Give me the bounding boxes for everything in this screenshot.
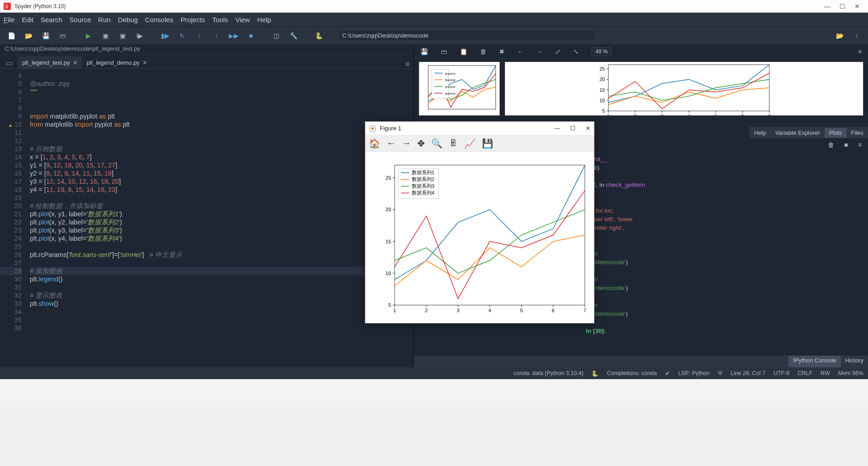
pan-icon[interactable]: ✥ [417, 138, 425, 149]
menu-file[interactable]: File [4, 16, 14, 24]
step-into-icon[interactable]: ↓ [193, 29, 206, 43]
figure-canvas[interactable]: 5101520251234567数据系列1数据系列2数据系列3数据系列4 [365, 152, 594, 323]
editor-options-icon[interactable]: ≡ [406, 60, 410, 68]
status-rw[interactable]: RW [821, 370, 830, 376]
menu-edit[interactable]: Edit [22, 16, 33, 24]
step-over-icon[interactable]: ↻ [175, 29, 189, 43]
copy-plot-icon[interactable]: 📋 [460, 48, 467, 55]
continue-icon[interactable]: ▶▶ [227, 29, 241, 43]
save-all-plots-icon[interactable]: 🗃 [441, 48, 447, 55]
save-icon[interactable]: 💾 [39, 29, 52, 43]
save-all-icon[interactable]: 🗃 [56, 29, 70, 43]
menu-tools[interactable]: Tools [212, 16, 228, 24]
svg-text:1: 1 [607, 114, 610, 115]
window-minimize-button[interactable]: — [824, 3, 830, 10]
maximize-pane-icon[interactable]: ◫ [269, 29, 283, 43]
window-close-button[interactable]: ✕ [854, 3, 860, 10]
remove-plot-icon[interactable]: 🗑 [480, 48, 486, 55]
zoom-in-icon[interactable]: ⤡ [573, 48, 579, 55]
status-completions[interactable]: Completions: conda [607, 370, 656, 376]
close-icon[interactable]: ✕ [73, 59, 78, 66]
menu-run[interactable]: Run [98, 16, 111, 24]
step-out-icon[interactable]: ↑ [210, 29, 223, 43]
forward-icon[interactable]: → [402, 138, 411, 148]
svg-text:15: 15 [386, 239, 391, 244]
menu-help[interactable]: Help [257, 16, 271, 24]
menu-source[interactable]: Source [70, 16, 91, 24]
plots-options-icon[interactable]: ≡ [858, 48, 862, 55]
matplotlib-figure-window[interactable]: Figure 1 — ☐ ✕ 🏠 ← → ✥ 🔍 🎚 📈 💾 510152025… [365, 121, 594, 323]
remove-all-plots-icon[interactable]: ✖ [499, 48, 505, 55]
run-cell-icon[interactable]: ▣ [99, 29, 112, 43]
editor-tab-0[interactable]: plt_legend_test.py✕ [18, 57, 82, 68]
pane-tab-plots[interactable]: Plots [825, 128, 847, 138]
figure-minimize-button[interactable]: — [554, 125, 560, 132]
files-list-icon[interactable]: ▭ [4, 57, 14, 68]
run-icon[interactable]: ▶ [81, 29, 95, 43]
python-path-icon[interactable]: 🐍 [312, 29, 326, 43]
edit-icon[interactable]: 📈 [464, 138, 476, 149]
os-taskbar[interactable] [0, 379, 868, 402]
figure-close-button[interactable]: ✕ [585, 125, 590, 132]
menu-search[interactable]: Search [41, 16, 62, 24]
console-tab-history[interactable]: History [841, 356, 868, 367]
svg-text:数据系列2: 数据系列2 [412, 176, 434, 182]
zoom-icon[interactable]: 🔍 [431, 138, 443, 149]
editor-tab-1[interactable]: plt_legend_demo.py✕ [83, 57, 151, 68]
matplotlib-icon [369, 125, 376, 132]
back-icon[interactable]: ← [387, 138, 396, 148]
menu-view[interactable]: View [236, 16, 250, 24]
close-icon[interactable]: ✕ [142, 59, 147, 66]
svg-text:3: 3 [660, 114, 663, 115]
prev-plot-icon[interactable]: ← [517, 48, 524, 55]
menu-debug[interactable]: Debug [118, 16, 138, 24]
plots-thumbnails: 数据系列1数据系列2数据系列3数据系列4 5101520251234567 [414, 59, 868, 127]
new-file-icon[interactable]: 📄 [5, 29, 18, 43]
status-mem[interactable]: Mem 56% [838, 370, 863, 376]
save-figure-icon[interactable]: 💾 [482, 138, 493, 149]
pane-tab-help[interactable]: Help [750, 128, 771, 138]
stop-debug-icon[interactable]: ■ [244, 29, 258, 43]
preferences-icon[interactable]: 🔧 [287, 29, 300, 43]
zoom-out-icon[interactable]: ⤢ [555, 48, 561, 55]
pane-tab-files[interactable]: Files [847, 128, 868, 138]
plots-toolbar: 💾 🗃 📋 🗑 ✖ ← → ⤢ ⤡ 49 % ≡ [414, 44, 868, 59]
figure-maximize-button[interactable]: ☐ [570, 125, 576, 132]
configure-icon[interactable]: 🎚 [449, 138, 458, 148]
svg-text:2: 2 [425, 308, 428, 313]
window-maximize-button[interactable]: ☐ [840, 3, 845, 10]
home-icon[interactable]: 🏠 [369, 138, 380, 149]
status-lsp[interactable]: LSP: Python [678, 370, 710, 376]
status-eol[interactable]: CRLF [797, 370, 812, 376]
browse-dir-icon[interactable]: 📂 [833, 29, 846, 43]
zoom-level: 49 % [591, 47, 612, 56]
console-options-icon[interactable]: ≡ [858, 141, 862, 148]
console-remove-icon[interactable]: 🗑 [828, 141, 834, 148]
svg-rect-12 [609, 65, 769, 111]
console-interrupt-icon[interactable]: ■ [844, 141, 848, 148]
console-tab-ipython-console[interactable]: IPython Console [788, 356, 840, 367]
debug-icon[interactable]: ▮▶ [158, 29, 172, 43]
code-editor[interactable]: 4567891011121314151617181920212223242526… [0, 69, 413, 367]
save-plot-icon[interactable]: 💾 [420, 48, 428, 55]
plot-thumbnail-1[interactable]: 数据系列1数据系列2数据系列3数据系列4 [419, 62, 500, 116]
plot-main-preview[interactable]: 5101520251234567 [505, 62, 863, 116]
svg-text:25: 25 [599, 66, 605, 71]
open-folder-icon[interactable]: 📂 [22, 29, 35, 43]
next-plot-icon[interactable]: → [536, 48, 542, 55]
working-directory-input[interactable] [338, 30, 596, 41]
svg-text:20: 20 [386, 207, 391, 212]
menu-consoles[interactable]: Consoles [145, 16, 174, 24]
run-cell-advance-icon[interactable]: ▣ [116, 29, 129, 43]
figure-title-bar[interactable]: Figure 1 — ☐ ✕ [365, 122, 594, 135]
status-linecol[interactable]: Line 28, Col 7 [731, 370, 765, 376]
svg-text:数据系列2: 数据系列2 [445, 79, 456, 81]
run-selection-icon[interactable]: I▶ [133, 29, 146, 43]
status-encoding[interactable]: UTF-8 [774, 370, 789, 376]
svg-text:7: 7 [584, 308, 586, 313]
status-conda[interactable]: conda: data (Python 3.10.4) [514, 370, 583, 376]
parent-dir-icon[interactable]: ↑ [850, 29, 863, 43]
menu-projects[interactable]: Projects [180, 16, 205, 24]
pane-tab-variable-explorer[interactable]: Variable Explorer [771, 128, 825, 138]
main-menu-bar: File Edit Search Source Run Debug Consol… [0, 13, 868, 26]
